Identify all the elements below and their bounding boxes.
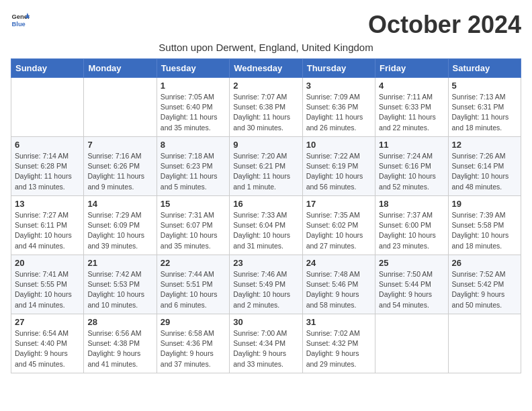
calendar-cell: 11 Sunrise: 7:24 AMSunset: 6:16 PMDaylig… (375, 137, 448, 196)
day-info: Sunrise: 7:02 AMSunset: 4:32 PMDaylight:… (306, 329, 360, 368)
day-number: 3 (306, 81, 371, 91)
day-number: 17 (306, 199, 371, 209)
day-info: Sunrise: 7:29 AMSunset: 6:09 PMDaylight:… (87, 211, 144, 250)
day-info: Sunrise: 7:14 AMSunset: 6:28 PMDaylight:… (15, 152, 72, 191)
day-number: 20 (15, 258, 80, 268)
day-number: 15 (161, 199, 226, 209)
svg-text:Blue: Blue (12, 21, 26, 28)
day-info: Sunrise: 7:42 AMSunset: 5:53 PMDaylight:… (87, 270, 144, 309)
day-info: Sunrise: 6:56 AMSunset: 4:38 PMDaylight:… (87, 329, 141, 368)
calendar-cell: 30 Sunrise: 7:00 AMSunset: 4:34 PMDaylig… (230, 314, 302, 373)
logo: General Blue (11, 11, 30, 30)
calendar-cell: 7 Sunrise: 7:16 AMSunset: 6:26 PMDayligh… (84, 137, 157, 196)
header: General Blue October 2024 (11, 11, 521, 39)
day-info: Sunrise: 7:27 AMSunset: 6:11 PMDaylight:… (15, 211, 72, 250)
day-info: Sunrise: 7:11 AMSunset: 6:33 PMDaylight:… (379, 93, 436, 132)
weekday-wednesday: Wednesday (230, 59, 302, 78)
weekday-monday: Monday (84, 59, 157, 78)
month-title: October 2024 (368, 11, 521, 39)
calendar-cell: 14 Sunrise: 7:29 AMSunset: 6:09 PMDaylig… (84, 196, 157, 255)
day-info: Sunrise: 7:24 AMSunset: 6:16 PMDaylight:… (379, 152, 436, 191)
weekday-saturday: Saturday (448, 59, 521, 78)
calendar-cell (11, 78, 84, 137)
calendar-cell: 13 Sunrise: 7:27 AMSunset: 6:11 PMDaylig… (11, 196, 84, 255)
calendar-cell: 28 Sunrise: 6:56 AMSunset: 4:38 PMDaylig… (84, 314, 157, 373)
week-row-1: 1 Sunrise: 7:05 AMSunset: 6:40 PMDayligh… (11, 78, 521, 137)
day-number: 7 (87, 140, 152, 150)
subtitle: Sutton upon Derwent, England, United Kin… (11, 42, 521, 53)
day-number: 1 (161, 81, 226, 91)
week-row-4: 20 Sunrise: 7:41 AMSunset: 5:55 PMDaylig… (11, 255, 521, 314)
day-number: 27 (15, 317, 80, 327)
day-number: 31 (306, 317, 371, 327)
day-number: 16 (233, 199, 298, 209)
day-number: 5 (452, 81, 517, 91)
calendar-cell (448, 314, 521, 373)
day-info: Sunrise: 7:16 AMSunset: 6:26 PMDaylight:… (87, 152, 144, 191)
day-number: 11 (379, 140, 444, 150)
calendar-cell: 9 Sunrise: 7:20 AMSunset: 6:21 PMDayligh… (230, 137, 302, 196)
day-info: Sunrise: 7:48 AMSunset: 5:46 PMDaylight:… (306, 270, 360, 309)
day-number: 22 (161, 258, 226, 268)
calendar-cell (375, 314, 448, 373)
calendar-cell: 12 Sunrise: 7:26 AMSunset: 6:14 PMDaylig… (448, 137, 521, 196)
day-number: 6 (15, 140, 80, 150)
day-info: Sunrise: 7:05 AMSunset: 6:40 PMDaylight:… (161, 93, 218, 132)
weekday-sunday: Sunday (11, 59, 84, 78)
calendar-cell: 21 Sunrise: 7:42 AMSunset: 5:53 PMDaylig… (84, 255, 157, 314)
calendar-cell: 29 Sunrise: 6:58 AMSunset: 4:36 PMDaylig… (157, 314, 229, 373)
calendar-cell: 19 Sunrise: 7:39 AMSunset: 5:58 PMDaylig… (448, 196, 521, 255)
calendar-cell: 18 Sunrise: 7:37 AMSunset: 6:00 PMDaylig… (375, 196, 448, 255)
day-number: 2 (233, 81, 298, 91)
day-number: 8 (161, 140, 226, 150)
week-row-5: 27 Sunrise: 6:54 AMSunset: 4:40 PMDaylig… (11, 314, 521, 373)
day-number: 23 (233, 258, 298, 268)
day-info: Sunrise: 7:46 AMSunset: 5:49 PMDaylight:… (233, 270, 290, 309)
day-info: Sunrise: 7:41 AMSunset: 5:55 PMDaylight:… (15, 270, 72, 309)
day-info: Sunrise: 7:31 AMSunset: 6:07 PMDaylight:… (161, 211, 218, 250)
day-info: Sunrise: 7:26 AMSunset: 6:14 PMDaylight:… (452, 152, 509, 191)
weekday-tuesday: Tuesday (157, 59, 229, 78)
day-info: Sunrise: 7:00 AMSunset: 4:34 PMDaylight:… (233, 329, 287, 368)
day-number: 19 (452, 199, 517, 209)
day-info: Sunrise: 7:09 AMSunset: 6:36 PMDaylight:… (306, 93, 363, 132)
day-info: Sunrise: 7:52 AMSunset: 5:42 PMDaylight:… (452, 270, 506, 309)
day-info: Sunrise: 7:22 AMSunset: 6:19 PMDaylight:… (306, 152, 363, 191)
calendar-cell: 24 Sunrise: 7:48 AMSunset: 5:46 PMDaylig… (302, 255, 375, 314)
day-number: 21 (87, 258, 152, 268)
calendar-cell (84, 78, 157, 137)
day-info: Sunrise: 6:58 AMSunset: 4:36 PMDaylight:… (161, 329, 214, 368)
day-info: Sunrise: 7:50 AMSunset: 5:44 PMDaylight:… (379, 270, 433, 309)
weekday-friday: Friday (375, 59, 448, 78)
day-number: 13 (15, 199, 80, 209)
calendar-cell: 23 Sunrise: 7:46 AMSunset: 5:49 PMDaylig… (230, 255, 302, 314)
calendar-cell: 17 Sunrise: 7:35 AMSunset: 6:02 PMDaylig… (302, 196, 375, 255)
week-row-2: 6 Sunrise: 7:14 AMSunset: 6:28 PMDayligh… (11, 137, 521, 196)
day-number: 18 (379, 199, 444, 209)
day-info: Sunrise: 7:44 AMSunset: 5:51 PMDaylight:… (161, 270, 218, 309)
day-info: Sunrise: 6:54 AMSunset: 4:40 PMDaylight:… (15, 329, 69, 368)
calendar-cell: 26 Sunrise: 7:52 AMSunset: 5:42 PMDaylig… (448, 255, 521, 314)
day-number: 9 (233, 140, 298, 150)
day-number: 24 (306, 258, 371, 268)
day-number: 14 (87, 199, 152, 209)
day-info: Sunrise: 7:35 AMSunset: 6:02 PMDaylight:… (306, 211, 363, 250)
day-number: 10 (306, 140, 371, 150)
week-row-3: 13 Sunrise: 7:27 AMSunset: 6:11 PMDaylig… (11, 196, 521, 255)
weekday-header-row: SundayMondayTuesdayWednesdayThursdayFrid… (11, 59, 521, 78)
calendar-cell: 8 Sunrise: 7:18 AMSunset: 6:23 PMDayligh… (157, 137, 229, 196)
day-number: 28 (87, 317, 152, 327)
day-number: 12 (452, 140, 517, 150)
day-number: 25 (379, 258, 444, 268)
calendar-cell: 6 Sunrise: 7:14 AMSunset: 6:28 PMDayligh… (11, 137, 84, 196)
day-number: 30 (233, 317, 298, 327)
calendar-table: SundayMondayTuesdayWednesdayThursdayFrid… (11, 58, 521, 373)
day-info: Sunrise: 7:39 AMSunset: 5:58 PMDaylight:… (452, 211, 509, 250)
calendar-cell: 22 Sunrise: 7:44 AMSunset: 5:51 PMDaylig… (157, 255, 229, 314)
calendar-cell: 27 Sunrise: 6:54 AMSunset: 4:40 PMDaylig… (11, 314, 84, 373)
calendar-cell: 15 Sunrise: 7:31 AMSunset: 6:07 PMDaylig… (157, 196, 229, 255)
day-number: 4 (379, 81, 444, 91)
day-info: Sunrise: 7:33 AMSunset: 6:04 PMDaylight:… (233, 211, 290, 250)
calendar-cell: 20 Sunrise: 7:41 AMSunset: 5:55 PMDaylig… (11, 255, 84, 314)
calendar-cell: 4 Sunrise: 7:11 AMSunset: 6:33 PMDayligh… (375, 78, 448, 137)
